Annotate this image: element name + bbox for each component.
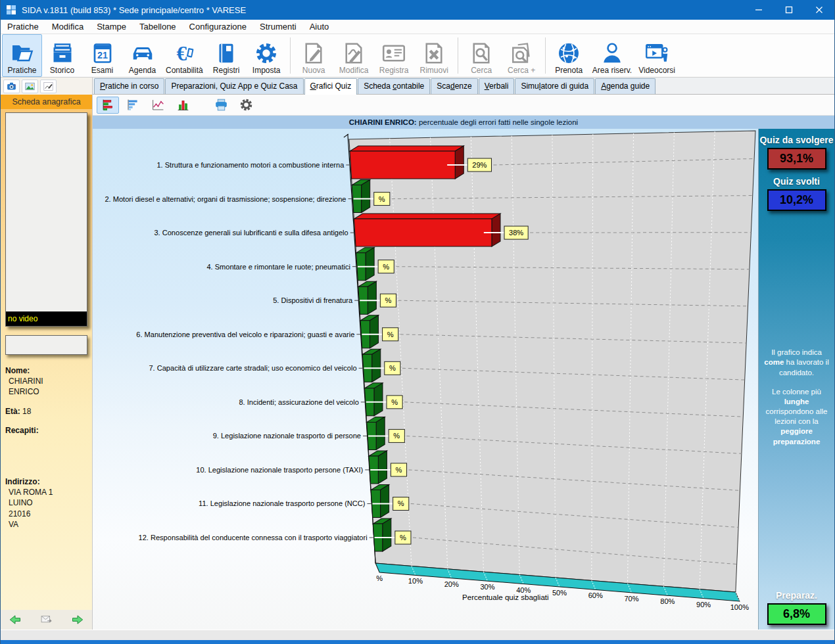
status-bar	[1, 630, 834, 640]
signature-button[interactable]	[40, 80, 57, 93]
toolbar-registri-button[interactable]: Registri	[206, 34, 247, 77]
app-window: SIDA v.1811 (build 853) * Sede principal…	[0, 0, 835, 644]
window-title: SIDA v.1811 (build 853) * Sede principal…	[22, 5, 246, 15]
svg-text:%: %	[389, 364, 396, 372]
svg-text:38%: 38%	[509, 229, 523, 237]
close-icon	[815, 6, 823, 14]
doc-pen-icon	[342, 41, 366, 65]
arrow-right-icon	[71, 613, 84, 626]
svg-text:10. Legislazione nazionale tra: 10. Legislazione nazionale trasporto per…	[196, 466, 363, 474]
svg-text:%: %	[383, 263, 389, 271]
doc-x-icon	[422, 41, 446, 65]
toolbar-imposta-button[interactable]: Imposta	[247, 34, 287, 77]
toolbar-label: Contabilità	[166, 66, 203, 75]
menu-strumenti[interactable]: Strumenti	[253, 20, 303, 34]
menu-aiuto[interactable]: Aiuto	[303, 20, 336, 34]
student-card: no video Nome:CHIARINIENRICOEtà: 18Recap…	[1, 109, 92, 610]
toolbar-label: Agenda	[129, 66, 156, 75]
toolbar-label: Registri	[213, 66, 240, 75]
picture-button[interactable]	[22, 80, 38, 93]
toolbar-storico-button[interactable]: Storico	[42, 34, 82, 77]
tab-scheda-contabile[interactable]: Scheda contabile	[358, 78, 430, 94]
toolbar-pratiche-button[interactable]: Pratiche	[2, 34, 42, 77]
chart-toolbar	[93, 95, 834, 116]
tab-pratiche-in-corso[interactable]: Pratiche in corso	[94, 78, 164, 94]
chart-line-button[interactable]	[147, 97, 169, 114]
video-icon	[645, 41, 669, 65]
tab-grafici-quiz[interactable]: Grafici Quiz	[304, 78, 358, 95]
chart-horizontal-bars-blue-button[interactable]	[122, 97, 144, 114]
toolbar-prenota-button[interactable]: Prenota	[549, 34, 589, 77]
menu-stampe[interactable]: Stampe	[90, 20, 133, 34]
svg-text:40%: 40%	[516, 586, 531, 594]
svg-text:%: %	[396, 466, 402, 474]
svg-text:%: %	[376, 574, 383, 582]
next-record-button[interactable]	[71, 613, 84, 626]
svg-text:20%: 20%	[444, 580, 459, 588]
chart-title-student: CHIARINI ENRICO:	[349, 118, 417, 126]
tab-preparazioni-quiz-app-e-quiz-casa[interactable]: Preparazioni, Quiz App e Quiz Casa	[165, 78, 303, 94]
svg-text:4. Smontare e rimontare le ruo: 4. Smontare e rimontare le ruote; pneuma…	[206, 263, 350, 271]
minimize-button[interactable]	[744, 0, 774, 20]
toolbar-rimuovi-button: Rimuovi	[414, 34, 454, 77]
quiz-da-svolgere-label: Quiz da svolgere	[759, 135, 833, 145]
picture-icon	[24, 81, 36, 92]
photo-area	[6, 113, 87, 311]
toolbar-label: Rimuovi	[420, 66, 448, 75]
toolbar-contabilit-button[interactable]: €Contabilità	[162, 34, 206, 77]
preparazione-label: Preparaz.	[776, 590, 817, 601]
toolbar-videocorsi-button[interactable]: Videocorsi	[635, 34, 679, 77]
tab-simulatore-di-guida[interactable]: Simulatore di guida	[515, 78, 594, 94]
title-bar: SIDA v.1811 (build 853) * Sede principal…	[1, 0, 834, 20]
svg-text:%: %	[379, 195, 385, 203]
previous-record-button[interactable]	[9, 613, 22, 626]
camera-icon	[6, 81, 17, 92]
menu-tabellone[interactable]: Tabellone	[133, 20, 183, 34]
toolbar-nuova-button: Nuova	[294, 34, 334, 77]
svg-text:11. Legislazione nazionale tra: 11. Legislazione nazionale trasporto per…	[199, 500, 365, 508]
menu-configurazione[interactable]: Configurazione	[183, 20, 253, 34]
close-button[interactable]	[804, 0, 834, 20]
toolbar-label: Prenota	[555, 66, 583, 75]
mail-icon	[40, 613, 53, 626]
svg-text:30%: 30%	[480, 583, 494, 591]
chart-settings-button[interactable]	[235, 97, 257, 114]
tab-agenda-guide[interactable]: Agenda guide	[595, 78, 656, 94]
arrow-left-icon	[9, 613, 22, 626]
book-icon	[214, 41, 238, 65]
euro-icon: €	[172, 41, 196, 65]
chart-horizontal-bars-colored-button[interactable]	[97, 97, 119, 114]
doc-pencil-icon	[302, 41, 325, 65]
sidebar-header: Scheda anagrafica	[1, 95, 92, 109]
minimize-icon	[755, 6, 763, 14]
svg-text:50%: 50%	[552, 589, 567, 597]
chart-explanation: Il grafico indica come ha lavorato il ca…	[762, 348, 832, 456]
toolbar-agenda-button[interactable]: Agenda	[122, 34, 162, 77]
menu-modifica[interactable]: Modifica	[45, 20, 90, 34]
camera-button[interactable]	[3, 80, 20, 93]
doc-search-icon	[469, 41, 493, 65]
maximize-button[interactable]	[774, 0, 804, 20]
toolbar-label: Esami	[91, 66, 113, 75]
toolbar-label: Storico	[50, 66, 74, 75]
preparazione-value: 6,8%	[767, 603, 826, 625]
student-fields: Nome:CHIARINIENRICOEtà: 18Recapiti:Indir…	[5, 365, 87, 530]
name-box	[5, 335, 87, 355]
svg-text:1. Struttura e funzionamento m: 1. Struttura e funzionamento motori a co…	[156, 161, 345, 169]
svg-text:5. Dispositivi di frenatura: 5. Dispositivi di frenatura	[273, 296, 353, 304]
quiz-svolti-label: Quiz svolti	[773, 176, 820, 187]
tab-verbali[interactable]: Verbali	[479, 78, 515, 94]
send-email-button[interactable]	[40, 613, 53, 626]
quiz-svolti-value: 10,2%	[767, 189, 826, 211]
chart-vertical-bars-button[interactable]	[172, 97, 194, 114]
toolbar-area-riserv-button[interactable]: Area riserv.	[589, 34, 635, 77]
menu-pratiche[interactable]: Pratiche	[1, 20, 45, 34]
tab-scadenze[interactable]: Scadenze	[431, 78, 477, 94]
toolbar-esami-button[interactable]: 21Esami	[82, 34, 122, 77]
svg-text:12. Responsabilità del conduce: 12. Responsabilità del conducente connes…	[139, 534, 368, 541]
print-button[interactable]	[210, 97, 232, 114]
field-et: Età: 18	[5, 406, 87, 417]
folder-open-icon	[11, 41, 34, 65]
id-card-icon	[382, 41, 406, 65]
svg-text:%: %	[400, 534, 406, 541]
